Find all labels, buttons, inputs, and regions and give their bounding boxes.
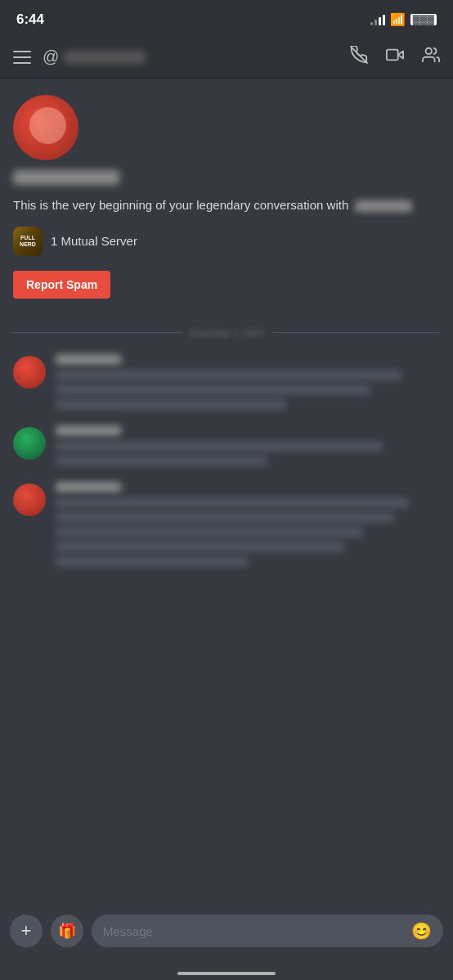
- voice-call-icon[interactable]: [350, 46, 368, 68]
- divider-line-right: [271, 332, 440, 333]
- top-bar-username: [64, 51, 146, 64]
- mutual-server-text: 1 Mutual Server: [51, 234, 137, 248]
- report-spam-button[interactable]: Report Spam: [13, 271, 110, 299]
- divider-line-left: [13, 332, 182, 333]
- svg-marker-1: [398, 51, 403, 58]
- username-inline: [355, 200, 412, 212]
- main-content: This is the very beginning of your legen…: [0, 79, 453, 915]
- message-username: [56, 425, 121, 436]
- gift-icon: 🎁: [58, 922, 76, 940]
- message-line: [56, 456, 267, 466]
- message-line: [56, 399, 286, 410]
- date-divider-text: November 1, 2022: [190, 328, 264, 338]
- message-line: [56, 384, 370, 395]
- members-icon[interactable]: [422, 46, 440, 68]
- server-icon-text: FULLNERD: [20, 235, 36, 247]
- message-username: [56, 354, 121, 365]
- plus-icon: +: [21, 920, 32, 942]
- profile-avatar: [13, 95, 78, 160]
- bottom-bar: + 🎁 Message 😊: [0, 905, 453, 957]
- top-bar-right: [350, 46, 440, 68]
- avatar: [13, 483, 46, 516]
- profile-username: [13, 170, 119, 185]
- message-content: [56, 482, 440, 571]
- server-icon: FULLNERD: [13, 227, 43, 256]
- at-symbol: @: [43, 47, 59, 66]
- battery-icon: ▓▓▓: [410, 14, 437, 25]
- status-bar: 6:44 📶 ▓▓▓: [0, 0, 453, 36]
- status-icons: 📶 ▓▓▓: [370, 12, 437, 27]
- mutual-server: FULLNERD 1 Mutual Server: [13, 227, 440, 256]
- message-line: [56, 527, 363, 537]
- message-line: [56, 441, 383, 452]
- svg-point-3: [426, 48, 432, 54]
- table-row: [13, 351, 440, 422]
- svg-rect-2: [387, 50, 398, 61]
- message-line: [56, 497, 409, 508]
- message-line: [56, 512, 394, 523]
- messages-list: [13, 351, 440, 579]
- table-row: [13, 479, 440, 579]
- table-row: [13, 422, 440, 479]
- avatar: [13, 427, 46, 460]
- message-content: [56, 425, 440, 470]
- message-line: [56, 370, 401, 380]
- message-line: [56, 542, 344, 552]
- profile-section: This is the very beginning of your legen…: [13, 95, 440, 328]
- wifi-icon: 📶: [390, 12, 406, 27]
- gift-button[interactable]: 🎁: [51, 915, 83, 947]
- add-attachment-button[interactable]: +: [10, 915, 43, 947]
- top-bar-left: @: [13, 47, 146, 66]
- home-indicator: [177, 972, 276, 975]
- conversation-intro: This is the very beginning of your legen…: [13, 196, 440, 215]
- status-time: 6:44: [16, 11, 44, 28]
- avatar: [13, 356, 46, 389]
- signal-icon: [370, 14, 385, 25]
- message-content: [56, 354, 440, 414]
- message-username: [56, 482, 121, 492]
- emoji-button[interactable]: 😊: [411, 921, 432, 941]
- message-input-placeholder: Message: [103, 924, 153, 938]
- hamburger-icon[interactable]: [13, 51, 31, 64]
- video-call-icon[interactable]: [386, 46, 404, 68]
- top-bar: @: [0, 36, 453, 79]
- message-line: [56, 556, 248, 567]
- message-input-area[interactable]: Message 😊: [92, 915, 443, 947]
- date-divider: November 1, 2022: [13, 328, 440, 338]
- mention-area: @: [43, 47, 146, 66]
